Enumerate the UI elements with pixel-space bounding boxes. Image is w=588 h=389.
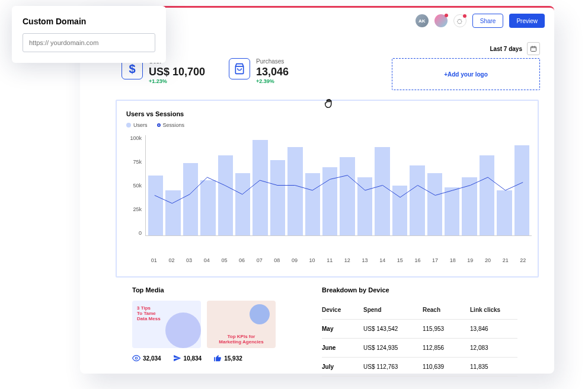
x-tick: 22 [514, 257, 532, 263]
cell: 12,083 [470, 345, 517, 351]
preview-button[interactable]: Preview [509, 14, 545, 28]
add-logo-button[interactable]: +Add your logo [392, 58, 540, 90]
top-media-section: Top Media 3 Tips To Tame Data Mess Top K… [132, 286, 298, 377]
chart-panel[interactable]: Users vs Sessions Users Sessions 100k75k… [116, 100, 539, 278]
legend-label: Users [133, 122, 148, 128]
kpi-delta: +2.39% [256, 78, 289, 84]
popup-title: Custom Domain [23, 17, 155, 26]
table-header: Device Spend Reach Link clicks [322, 301, 517, 320]
x-tick: 19 [462, 257, 480, 263]
svg-point-1 [135, 357, 138, 359]
cell: 112,856 [423, 345, 470, 351]
chart-plot: 100k75k50k25k0 [123, 135, 532, 254]
cell: US$ 124,935 [363, 345, 423, 351]
date-range-picker[interactable]: Last 7 days [490, 42, 540, 55]
legend-users: Users [126, 122, 148, 128]
x-tick: 17 [426, 257, 444, 263]
col-header: Device [322, 307, 363, 313]
x-tick: 20 [479, 257, 497, 263]
col-header: Spend [363, 307, 423, 313]
x-tick: 14 [373, 257, 391, 263]
y-tick: 100k [130, 135, 142, 141]
cell: 11,835 [470, 364, 517, 370]
chart-legend: Users Sessions [123, 122, 532, 128]
x-tick: 06 [233, 257, 251, 263]
y-tick: 0 [139, 230, 142, 236]
y-tick: 50k [133, 183, 142, 189]
media-card-2[interactable]: Top KPIs for Marketing Agencies [207, 301, 276, 348]
card-text: To Tame [137, 311, 196, 316]
x-tick: 12 [338, 257, 356, 263]
notification-dot-icon [463, 14, 466, 18]
col-header: Reach [423, 307, 470, 313]
media-stats: 32,034 10,834 15,932 [132, 354, 298, 362]
chat-icon[interactable]: ◌ [453, 14, 466, 27]
cell: May [322, 326, 363, 332]
x-tick: 01 [145, 257, 163, 263]
shopping-bag-icon [229, 58, 250, 79]
sessions-line [146, 135, 532, 235]
likes-stat: 15,932 [213, 354, 242, 362]
avatar-1[interactable]: AK [416, 14, 429, 27]
y-tick: 75k [133, 159, 142, 165]
cell: US$ 143,542 [363, 326, 423, 332]
legend-sessions: Sessions [157, 122, 185, 128]
x-tick: 11 [321, 257, 338, 263]
media-card-1[interactable]: 3 Tips To Tame Data Mess [132, 301, 201, 348]
svg-rect-0 [531, 47, 536, 52]
stat-value: 32,034 [143, 355, 161, 362]
x-tick: 18 [444, 257, 462, 263]
card-text: Top KPIs for [228, 334, 255, 339]
notification-dot-icon [445, 14, 448, 17]
calendar-icon [527, 42, 540, 55]
x-axis: 0102030405060708091011121314151617181920… [123, 257, 532, 263]
avatar-2[interactable] [434, 14, 448, 27]
cell: 13,846 [470, 326, 517, 332]
date-range-label: Last 7 days [490, 46, 522, 52]
table-row: JuneUS$ 124,935112,85612,083 [322, 339, 517, 358]
card-text: Data Mess [137, 316, 196, 321]
card-text: 3 Tips [137, 305, 196, 311]
cell: 110,639 [423, 364, 470, 370]
x-tick: 09 [286, 257, 303, 263]
section-title: Top Media [132, 286, 298, 294]
stat-value: 15,932 [224, 355, 242, 362]
domain-input[interactable] [23, 33, 155, 52]
share-button[interactable]: Share [472, 14, 504, 28]
shares-stat: 10,834 [173, 354, 202, 362]
col-header: Link clicks [470, 307, 517, 313]
avatar-initials: AK [418, 18, 426, 24]
x-tick: 13 [356, 257, 374, 263]
cell: 115,953 [423, 326, 470, 332]
bars-area [145, 135, 532, 236]
kpi-value: US$ 10,700 [149, 66, 205, 78]
cell: June [322, 345, 363, 351]
table-row: MayUS$ 143,542115,95313,846 [322, 320, 517, 339]
table-row: JulyUS$ 112,763110,63911,835 [322, 358, 517, 377]
card-text: Marketing Agencies [219, 339, 263, 345]
x-tick: 02 [163, 257, 181, 263]
x-tick: 03 [180, 257, 198, 263]
x-tick: 21 [497, 257, 514, 263]
section-title: Breakdown by Device [322, 286, 517, 294]
kpi-delta: +1.23% [149, 78, 205, 84]
y-axis: 100k75k50k25k0 [123, 135, 145, 236]
cell: July [322, 364, 363, 370]
kpi-purchases: Purchases 13,046 +2.39% [229, 58, 289, 84]
x-tick: 05 [216, 257, 234, 263]
cell: US$ 112,763 [363, 364, 423, 370]
custom-domain-popup: Custom Domain [12, 6, 166, 63]
y-tick: 25k [133, 206, 142, 212]
breakdown-table: Breakdown by Device Device Spend Reach L… [322, 286, 517, 377]
x-tick: 10 [303, 257, 321, 263]
x-tick: 07 [251, 257, 269, 263]
views-stat: 32,034 [132, 354, 161, 362]
kpi-label: Purchases [256, 58, 289, 65]
grab-cursor-icon [323, 97, 336, 113]
x-tick: 16 [409, 257, 427, 263]
x-tick: 08 [268, 257, 286, 263]
kpi-value: 13,046 [256, 66, 289, 78]
x-tick: 04 [198, 257, 216, 263]
stat-value: 10,834 [184, 355, 202, 362]
legend-label: Sessions [163, 122, 185, 128]
